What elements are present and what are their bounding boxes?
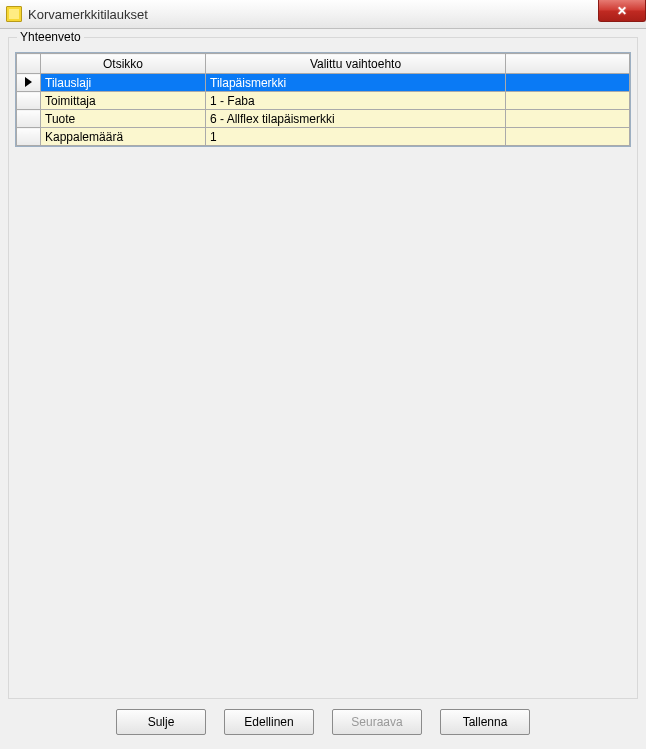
button-bar: Sulje Edellinen Seuraava Tallenna [8, 699, 638, 741]
cell-trailing[interactable] [506, 128, 630, 146]
cell-otsikko[interactable]: Toimittaja [41, 92, 206, 110]
row-selector[interactable] [17, 110, 41, 128]
row-selector[interactable] [17, 74, 41, 92]
next-button: Seuraava [332, 709, 422, 735]
cell-trailing[interactable] [506, 74, 630, 92]
cell-otsikko[interactable]: Kappalemäärä [41, 128, 206, 146]
row-selector[interactable] [17, 92, 41, 110]
table-row[interactable]: Tilauslaji Tilapäismerkki [17, 74, 630, 92]
content-area: Yhteenveto Otsikko Valittu vaihtoehto [0, 29, 646, 749]
app-icon [6, 6, 22, 22]
close-dialog-button[interactable]: Sulje [116, 709, 206, 735]
close-button[interactable]: ✕ [598, 0, 646, 22]
column-header-valittu[interactable]: Valittu vaihtoehto [206, 54, 506, 74]
cell-valittu[interactable]: 1 - Faba [206, 92, 506, 110]
column-header-trailing[interactable] [506, 54, 630, 74]
cell-otsikko[interactable]: Tuote [41, 110, 206, 128]
cell-valittu[interactable]: Tilapäismerkki [206, 74, 506, 92]
cell-trailing[interactable] [506, 92, 630, 110]
table-row[interactable]: Tuote 6 - Allflex tilapäismerkki [17, 110, 630, 128]
summary-fieldset: Yhteenveto Otsikko Valittu vaihtoehto [8, 37, 638, 699]
previous-button[interactable]: Edellinen [224, 709, 314, 735]
row-selector[interactable] [17, 128, 41, 146]
fieldset-legend: Yhteenveto [17, 30, 84, 44]
current-row-arrow-icon [25, 77, 32, 87]
cell-valittu[interactable]: 1 [206, 128, 506, 146]
grid-header-row: Otsikko Valittu vaihtoehto [17, 54, 630, 74]
column-header-otsikko[interactable]: Otsikko [41, 54, 206, 74]
close-icon: ✕ [617, 4, 627, 18]
cell-otsikko[interactable]: Tilauslaji [41, 74, 206, 92]
cell-valittu[interactable]: 6 - Allflex tilapäismerkki [206, 110, 506, 128]
table-row[interactable]: Kappalemäärä 1 [17, 128, 630, 146]
titlebar: Korvamerkkitilaukset ✕ [0, 0, 646, 29]
table-row[interactable]: Toimittaja 1 - Faba [17, 92, 630, 110]
cell-trailing[interactable] [506, 110, 630, 128]
summary-grid[interactable]: Otsikko Valittu vaihtoehto Tilauslaji Ti… [15, 52, 631, 147]
column-header-selector[interactable] [17, 54, 41, 74]
window-title: Korvamerkkitilaukset [28, 7, 148, 22]
save-button[interactable]: Tallenna [440, 709, 530, 735]
